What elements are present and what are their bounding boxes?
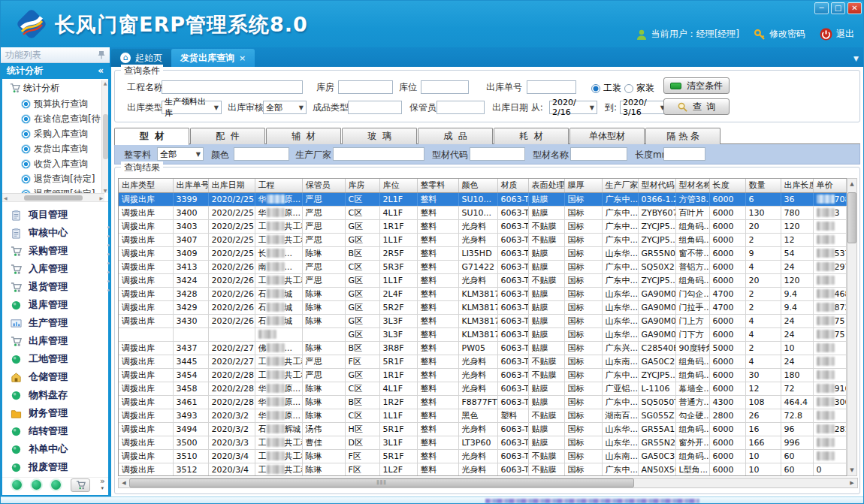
sidebar-menu-item[interactable]: 生产管理: [2, 314, 108, 332]
table-row[interactable]: 调拨出库34032020/2/25工共工程严思G区1R1F整料光身料6063-T…: [119, 219, 847, 233]
menu-item-label[interactable]: 出库管理: [29, 334, 68, 348]
table-row[interactable]: 调拨出库34092020/2/25长...陈琳B区2R5F整料LI35HD606…: [119, 246, 847, 260]
table-horizontal-scrollbar[interactable]: ◀⦀⦀⦀▶: [118, 478, 858, 488]
column-header[interactable]: 材质: [497, 179, 528, 192]
custodian-input[interactable]: [437, 101, 485, 114]
menu-item-label[interactable]: 项目管理: [29, 208, 68, 222]
table-row[interactable]: 调拨出库34292020/2/26石城陈琳G区5R2F整料KLM38176063…: [119, 300, 847, 314]
clear-conditions-button[interactable]: 清空条件: [663, 77, 730, 94]
sidebar-menu-item[interactable]: 工地管理: [2, 350, 108, 368]
footer-dot-icon[interactable]: [51, 480, 61, 490]
material-tab[interactable]: 配 件: [190, 128, 265, 144]
column-header[interactable]: 长度: [709, 179, 745, 192]
part-type-select[interactable]: 全部▼: [157, 147, 204, 161]
material-tab[interactable]: 玻 璃: [342, 128, 417, 144]
manufacturer-input[interactable]: [333, 147, 424, 161]
table-row[interactable]: 调拨出库35102020/3/4工共工程陈琳F区5R1F整料光身料6063-T5…: [119, 449, 847, 463]
radio-gongzhuang[interactable]: 工装: [591, 82, 621, 95]
pin-icon[interactable]: [98, 50, 105, 59]
column-header[interactable]: 保管员: [302, 179, 345, 192]
sidebar-menu-item[interactable]: 采购管理: [2, 242, 108, 260]
table-row[interactable]: 调拨出库34302020/2/26石城陈琳G区3L3F整料KLM38176063…: [119, 314, 847, 327]
column-header[interactable]: 库房: [345, 179, 379, 192]
sidebar-menu-item[interactable]: 退库管理: [2, 296, 108, 314]
table-row[interactable]: 调拨出库34282020/2/26石城陈琳G区2L4F整料KLM38176063…: [119, 287, 847, 300]
warehouse-input[interactable]: [338, 80, 393, 94]
tree-item-label[interactable]: 收货入库查询: [34, 158, 88, 171]
tree-vertical-scrollbar[interactable]: ▲▼: [101, 80, 108, 193]
collapse-icon[interactable]: «: [98, 63, 104, 79]
table-row[interactable]: 调拨出库34452020/2/27工共工程严思F区5R1F整料光身料6063-T…: [119, 355, 847, 368]
menu-item-label[interactable]: 采购管理: [29, 244, 68, 258]
menu-item-label[interactable]: 财务管理: [29, 406, 68, 420]
column-header[interactable]: 整零料: [417, 179, 458, 192]
tree-item-label[interactable]: 预算执行查询: [34, 98, 88, 110]
menu-item-label[interactable]: 物料盘存: [29, 388, 68, 402]
product-type-input[interactable]: [348, 101, 402, 114]
column-header[interactable]: 型材代码: [638, 179, 675, 192]
table-row[interactable]: 调拨出库34132020/2/26南...严思C区5R3F整料G71422606…: [119, 260, 847, 273]
tree-horizontal-scrollbar[interactable]: ◀▶: [2, 193, 104, 201]
tab-list-caret-icon[interactable]: ▼: [853, 55, 859, 62]
table-row[interactable]: 调拨出库34072020/2/25工共工程严思G区1L1F整料光身料6063-T…: [119, 233, 847, 246]
table-vertical-scrollbar[interactable]: ▲▼: [847, 178, 857, 476]
logout-link[interactable]: 退出: [820, 28, 854, 41]
menu-item-label[interactable]: 报废管理: [29, 460, 68, 474]
minimize-button[interactable]: ─: [814, 2, 829, 14]
menu-item-label[interactable]: 入库管理: [29, 262, 68, 276]
tree-item[interactable]: 在途信息查询[待: [2, 111, 108, 126]
tree-item[interactable]: 退货查询[待定]: [2, 171, 108, 186]
table-row[interactable]: 调拨出库34942020/3/2石辉城汤伟H区5R1F整料光身料6063-T5贴…: [119, 422, 847, 436]
more-menus-chevron[interactable]: »▾: [100, 478, 105, 491]
sidebar-menu-item[interactable]: 报废管理: [2, 458, 108, 476]
footer-cart-button[interactable]: [71, 478, 90, 492]
tree-item[interactable]: 发货出库查询: [2, 141, 108, 156]
table-row[interactable]: 调拨出库34242020/2/26工共工程严思G区1L1F整料光身料6063-T…: [119, 273, 847, 287]
column-header[interactable]: 数量: [745, 179, 781, 192]
column-header[interactable]: 生产厂家: [602, 179, 638, 192]
column-header[interactable]: 出库长度: [781, 179, 813, 192]
date-to-select[interactable]: 2020/ 3/16▼: [620, 101, 668, 114]
radio-jiazhuang[interactable]: 家装: [624, 82, 654, 95]
menu-item-label[interactable]: 仓储管理: [29, 370, 68, 384]
menu-item-label[interactable]: 工地管理: [29, 352, 68, 366]
profile-name-input[interactable]: [570, 147, 627, 161]
material-tab[interactable]: 成 品: [418, 128, 493, 144]
project-name-input[interactable]: [162, 80, 303, 94]
sidebar-menu-item[interactable]: 财务管理: [2, 404, 108, 422]
table-row[interactable]: 调拨出库35002020/3/3工共工程曹佳D区3L1F整料LT3P606063…: [119, 436, 847, 449]
tree-root[interactable]: 统计分析: [2, 79, 108, 96]
tree-item-label[interactable]: 发货出库查询: [34, 143, 88, 155]
sidebar-menu-item[interactable]: 审核中心: [2, 224, 108, 242]
sidebar-menu-item[interactable]: 补单中心: [2, 440, 108, 458]
menu-item-label[interactable]: 退货管理: [29, 280, 68, 294]
material-tab[interactable]: 辅 材: [266, 128, 341, 144]
table-row[interactable]: 调拨出库35122020/3/4工共工程陈琳F区1L2F整料光身料6063-T5…: [119, 463, 847, 476]
column-header[interactable]: 膜厚: [564, 179, 602, 192]
sidebar-menu-item[interactable]: 结转管理: [2, 422, 108, 440]
profile-code-input[interactable]: [470, 147, 525, 161]
column-header[interactable]: 单价: [813, 179, 846, 192]
column-header[interactable]: 颜色: [458, 179, 497, 192]
material-tab[interactable]: 耗 材: [494, 128, 569, 144]
footer-dot-icon[interactable]: [32, 480, 41, 490]
table-row[interactable]: 调拨出库34612020/2/28华原...陈琳B区1R2F整料F8877FT6…: [119, 395, 847, 409]
column-header[interactable]: 工程: [255, 179, 302, 192]
table-row[interactable]: 调拨出库33992020/2/25华原...严思C区2L1F整料SU10...6…: [119, 192, 847, 206]
table-row[interactable]: 调拨出库34372020/2/27佛...陈琳B区3R8F整料PW056063-…: [119, 341, 847, 355]
material-tab[interactable]: 单体型材: [569, 128, 645, 144]
material-tab[interactable]: 隔 热 条: [645, 128, 721, 144]
table-row[interactable]: 调拨出库34932020/3/2华原...陈琳C区1L1F整料黑色塑料不贴膜国标…: [119, 409, 847, 422]
table-row[interactable]: 调拨出库34002020/2/25华原...严思C区4L1F整料SU10...6…: [119, 206, 847, 219]
date-from-select[interactable]: 2020/ 2/16▼: [549, 101, 597, 114]
tree-item-label[interactable]: 在途信息查询[待: [34, 113, 101, 125]
audit-select[interactable]: 全部▼: [263, 101, 307, 114]
column-header[interactable]: 出库类型: [119, 179, 173, 192]
menu-item-label[interactable]: 补单中心: [29, 442, 68, 456]
column-header[interactable]: 库位: [379, 179, 417, 192]
search-button[interactable]: 查 询: [663, 98, 730, 115]
table-row[interactable]: 调拨出库34582020/2/28华原...陈琳C区4L1F整料光身料6063-…: [119, 382, 847, 395]
column-header[interactable]: 型材名称: [675, 179, 709, 192]
table-row[interactable]: G区3L3F整料KLM38176063-T5贴膜国标山东华...GA90M09.…: [119, 327, 847, 341]
sidebar-menu-item[interactable]: 入库管理: [2, 260, 108, 278]
